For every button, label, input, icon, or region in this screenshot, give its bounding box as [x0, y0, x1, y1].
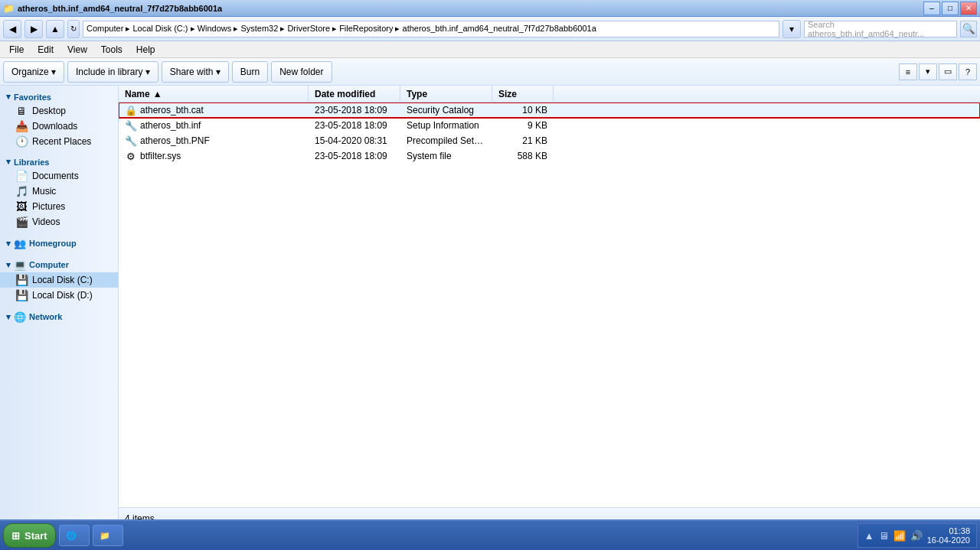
favorites-chevron-icon: ▾ [6, 92, 11, 102]
search-placeholder: Search atheros_bth.inf_amd64_neutr... [808, 20, 953, 38]
network-label: Network [29, 312, 62, 321]
address-dropdown-button[interactable]: ▾ [782, 20, 801, 38]
back-button[interactable]: ◀ [3, 20, 21, 38]
file-date-cat: 23-05-2018 18:09 [309, 105, 400, 116]
sidebar-item-local-d[interactable]: 💾 Local Disk (D:) [0, 288, 118, 303]
minimize-button[interactable]: – [923, 2, 940, 15]
computer-label: Computer [29, 260, 69, 269]
sidebar: ▾ Favorites 🖥 Desktop 📥 Downloads 🕐 Rece… [0, 86, 119, 529]
sidebar-item-music[interactable]: 🎵 Music [0, 184, 118, 199]
col-header-date[interactable]: Date modified [309, 86, 400, 102]
file-row-sys[interactable]: ⚙ btfilter.sys 23-05-2018 18:09 System f… [119, 148, 980, 164]
col-header-size[interactable]: Size [492, 86, 554, 102]
view-dropdown-button[interactable]: ▾ [919, 63, 937, 80]
organize-button[interactable]: Organize ▾ [3, 61, 64, 83]
address-path-text: Computer ▸ Local Disk (C:) ▸ Windows ▸ S… [87, 24, 596, 34]
file-type-cat: Security Catalog [400, 105, 492, 116]
sidebar-item-pictures-label: Pictures [32, 201, 65, 212]
up-button[interactable]: ▲ [46, 20, 64, 38]
local-disk-c-icon: 💾 [15, 274, 28, 286]
burn-button[interactable]: Burn [232, 61, 268, 83]
system-tray: ▲ 🖥 📶 🔊 01:38 16-04-2020 [858, 523, 977, 548]
favorites-label: Favorites [14, 93, 51, 102]
taskbar: ⊞ Start 🌐 📁 ▲ 🖥 📶 🔊 01:38 16-04-2020 [0, 519, 980, 550]
file-row-cat[interactable]: 🔒 atheros_bth.cat 23-05-2018 18:09 Secur… [119, 103, 980, 118]
file-row-pnf[interactable]: 🔧 atheros_bth.PNF 15-04-2020 08:31 Preco… [119, 133, 980, 148]
address-path[interactable]: Computer ▸ Local Disk (C:) ▸ Windows ▸ S… [83, 21, 779, 37]
windows-logo-icon: ⊞ [11, 530, 20, 542]
sidebar-item-desktop[interactable]: 🖥 Desktop [0, 103, 118, 119]
downloads-icon: 📥 [15, 120, 28, 132]
tray-volume-icon[interactable]: 🔊 [910, 530, 923, 542]
sidebar-item-downloads-label: Downloads [32, 121, 77, 132]
sort-asc-icon: ▲ [153, 89, 162, 99]
sidebar-libraries-header[interactable]: ▾ Libraries [0, 154, 118, 168]
refresh-button[interactable]: ↻ [67, 20, 80, 38]
sidebar-item-local-c[interactable]: 💾 Local Disk (C:) [0, 272, 118, 288]
taskbar-explorer-icon[interactable]: 📁 [93, 525, 123, 546]
system-clock[interactable]: 01:38 16-04-2020 [927, 526, 970, 545]
menu-file[interactable]: File [3, 43, 30, 57]
file-icon-inf: 🔧 [125, 119, 137, 132]
file-row-inf[interactable]: 🔧 atheros_bth.inf 23-05-2018 18:09 Setup… [119, 118, 980, 133]
close-button[interactable]: ✕ [960, 2, 977, 15]
local-disk-d-icon: 💾 [15, 289, 28, 301]
videos-icon: 🎬 [15, 216, 28, 228]
file-list: 🔒 atheros_bth.cat 23-05-2018 18:09 Secur… [119, 103, 980, 507]
sidebar-item-local-d-label: Local Disk (D:) [32, 290, 93, 301]
file-size-inf: 9 KB [492, 120, 554, 131]
col-header-type[interactable]: Type [400, 86, 492, 102]
menu-edit[interactable]: Edit [31, 43, 60, 57]
main-layout: ▾ Favorites 🖥 Desktop 📥 Downloads 🕐 Rece… [0, 86, 980, 529]
col-header-name[interactable]: Name ▲ [119, 86, 309, 102]
sidebar-homegroup-header[interactable]: ▾ 👥 Homegroup [0, 234, 118, 251]
menu-tools[interactable]: Tools [95, 43, 129, 57]
sidebar-item-downloads[interactable]: 📥 Downloads [0, 119, 118, 134]
file-name-sys: ⚙ btfilter.sys [119, 150, 309, 162]
menu-view[interactable]: View [61, 43, 93, 57]
menu-help[interactable]: Help [130, 43, 162, 57]
taskbar-chrome-icon[interactable]: 🌐 [59, 525, 90, 546]
file-icon-sys: ⚙ [125, 150, 137, 162]
new-folder-button[interactable]: New folder [271, 61, 332, 83]
sidebar-item-recent-places[interactable]: 🕐 Recent Places [0, 134, 118, 149]
libraries-chevron-icon: ▾ [6, 157, 11, 167]
sidebar-item-documents[interactable]: 📄 Documents [0, 168, 118, 184]
homegroup-label: Homegroup [29, 239, 77, 248]
file-size-pnf: 21 KB [492, 135, 554, 146]
search-box[interactable]: Search atheros_bth.inf_amd64_neutr... [804, 21, 957, 37]
clock-time: 01:38 [927, 526, 970, 535]
sidebar-computer-header[interactable]: ▾ 💻 Computer [0, 255, 118, 272]
sidebar-item-desktop-label: Desktop [32, 106, 66, 116]
search-button[interactable]: 🔍 [960, 21, 977, 37]
help-button[interactable]: ? [959, 63, 977, 80]
file-icon-cat: 🔒 [125, 104, 137, 116]
file-name-inf: 🔧 atheros_bth.inf [119, 119, 309, 132]
sidebar-network-header[interactable]: ▾ 🌐 Network [0, 308, 118, 324]
network-chevron-icon: ▾ [6, 312, 11, 322]
documents-icon: 📄 [15, 170, 28, 182]
homegroup-chevron-icon: ▾ [6, 239, 11, 249]
file-date-inf: 23-05-2018 18:09 [309, 120, 400, 131]
start-button[interactable]: ⊞ Start [3, 523, 56, 548]
file-type-sys: System file [400, 151, 492, 161]
pictures-icon: 🖼 [15, 200, 28, 213]
sidebar-favorites-header[interactable]: ▾ Favorites [0, 89, 118, 103]
explorer-icon: 📁 [100, 531, 110, 541]
maximize-button[interactable]: □ [942, 2, 959, 15]
address-bar-area: ◀ ▶ ▲ ↻ Computer ▸ Local Disk (C:) ▸ Win… [0, 17, 980, 41]
sidebar-item-videos[interactable]: 🎬 Videos [0, 214, 118, 229]
sidebar-item-pictures[interactable]: 🖼 Pictures [0, 199, 118, 214]
include-library-button[interactable]: Include in library ▾ [67, 61, 158, 83]
file-date-pnf: 15-04-2020 08:31 [309, 135, 400, 146]
file-name-pnf: 🔧 atheros_bth.PNF [119, 135, 309, 147]
forward-button[interactable]: ▶ [24, 20, 43, 38]
sidebar-item-recent-places-label: Recent Places [32, 136, 91, 147]
file-date-sys: 23-05-2018 18:09 [309, 151, 400, 161]
preview-pane-button[interactable]: ▭ [939, 63, 957, 80]
menu-bar: File Edit View Tools Help [0, 41, 980, 58]
share-button[interactable]: Share with ▾ [162, 61, 229, 83]
tray-arrow-icon[interactable]: ▲ [864, 530, 874, 542]
homegroup-icon: 👥 [14, 237, 26, 249]
details-view-button[interactable]: ≡ [899, 63, 917, 80]
